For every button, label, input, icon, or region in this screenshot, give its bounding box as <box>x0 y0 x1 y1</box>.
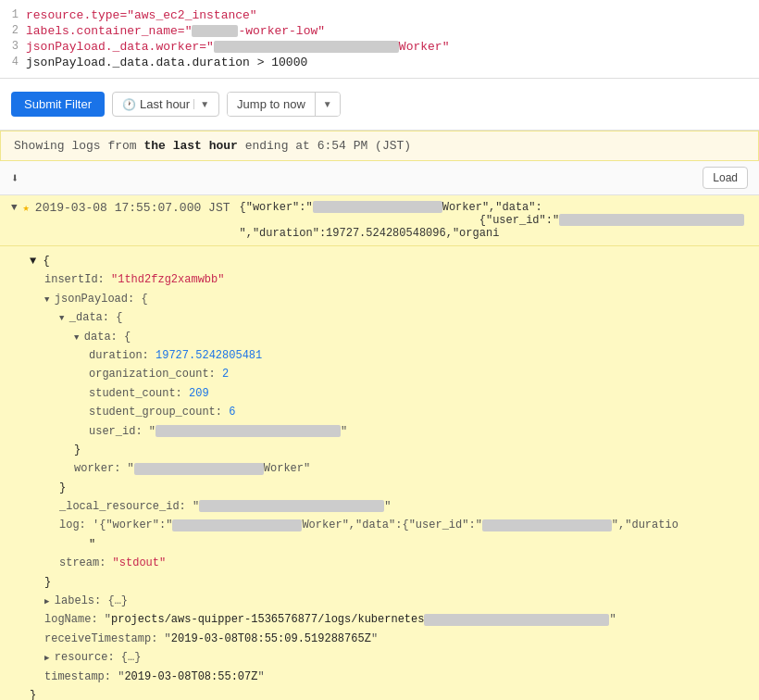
detail-data-outer-close: } <box>30 479 737 497</box>
detail-stream: stream: "stdout" <box>30 554 737 572</box>
line-number: 2 <box>0 24 26 37</box>
line-number: 4 <box>0 56 26 69</box>
detail-data-close: } <box>30 441 737 459</box>
redacted-worker <box>313 201 442 213</box>
log-info-bold: the last hour <box>143 139 237 153</box>
detail-worker: worker: " Worker" <box>30 459 737 478</box>
log-timestamp: 2019-03-08 17:55:07.000 JST <box>35 201 230 215</box>
log-entry-header[interactable]: ▼ ★ 2019-03-08 17:55:07.000 JST {"worker… <box>0 195 759 246</box>
chevron-down-icon: ▼ <box>193 99 209 109</box>
detail-log: log: '{"worker":" Worker","data":{"user_… <box>30 516 737 554</box>
detail-open-brace: ▼ { <box>30 252 737 270</box>
data-expand-icon <box>59 311 69 324</box>
data-inner-expand-icon <box>74 331 84 344</box>
redacted-logname <box>424 614 609 626</box>
redacted-log-userid <box>482 519 612 531</box>
log-info-prefix: Showing logs from <box>14 139 143 153</box>
redacted-log-worker <box>172 519 302 531</box>
log-info-suffix: ending at 6:54 PM (JST) <box>238 139 411 153</box>
query-content: labels.container_name=" -worker-low" <box>26 24 759 38</box>
query-content: jsonPayload._data.worker=" Worker" <box>26 40 759 54</box>
log-message: {"worker":" Worker","data": {"user_id":"… <box>239 201 748 240</box>
log-info-bar: Showing logs from the last hour ending a… <box>0 131 759 161</box>
line-number: 3 <box>0 40 26 53</box>
detail-insert-id: insertId: "1thd2fzg2xamwbb" <box>30 270 737 289</box>
resource-expand-icon <box>44 651 55 664</box>
detail-receive-timestamp: receiveTimestamp: "2019-03-08T08:55:09.5… <box>30 630 737 648</box>
detail-student-group-count: student_group_count: 6 <box>30 403 737 421</box>
query-editor: 1 resource.type="aws_ec2_instance" 2 lab… <box>0 0 759 79</box>
last-hour-dropdown[interactable]: 🕐 Last hour ▼ <box>112 92 219 117</box>
jump-to-now-dropdown-arrow[interactable]: ▼ <box>315 93 340 116</box>
redacted-value <box>192 25 238 37</box>
jump-to-now-button[interactable]: Jump to now <box>228 93 315 116</box>
detail-resource-toggle[interactable]: resource: {…} <box>30 648 737 667</box>
detail-duration: duration: 19727.5242805481 <box>30 346 737 365</box>
query-content: jsonPayload._data.data.duration > 10000 <box>26 56 759 69</box>
redacted-worker-detail <box>134 463 264 475</box>
query-line-4: 4 jsonPayload._data.data.duration > 1000… <box>0 55 759 70</box>
detail-org-count: organization_count: 2 <box>30 365 737 383</box>
log-detail: ▼ { insertId: "1thd2fzg2xamwbb" jsonPayl… <box>0 246 759 700</box>
redacted-userid <box>559 214 744 226</box>
last-hour-label: Last hour <box>140 97 190 111</box>
jsonpayload-expand-icon <box>44 293 55 306</box>
detail-data-toggle[interactable]: _data: { <box>30 308 737 327</box>
query-content: resource.type="aws_ec2_instance" <box>26 8 759 22</box>
query-line-3: 3 jsonPayload._data.worker=" Worker" <box>0 39 759 55</box>
clock-icon: 🕐 <box>122 98 136 111</box>
detail-local-resource-id: _local_resource_id: " " <box>30 497 737 516</box>
query-line-2: 2 labels.container_name=" -worker-low" <box>0 23 759 39</box>
redacted-userid-detail <box>156 425 341 437</box>
redacted-value <box>214 41 399 53</box>
detail-close-brace: } <box>30 686 737 700</box>
detail-logname: logName: "projects/aws-quipper-153657687… <box>30 610 737 629</box>
detail-timestamp: timestamp: "2019-03-08T08:55:07Z" <box>30 668 737 686</box>
labels-expand-icon <box>44 594 55 607</box>
star-icon[interactable]: ★ <box>23 201 30 215</box>
query-line-1: 1 resource.type="aws_ec2_instance" <box>0 7 759 23</box>
detail-data-inner-toggle[interactable]: data: { <box>30 328 737 346</box>
detail-student-count: student_count: 209 <box>30 384 737 403</box>
load-button[interactable]: Load <box>703 167 748 189</box>
redacted-local-id <box>199 500 384 512</box>
detail-jsonpayload-toggle[interactable]: jsonPayload: { <box>30 290 737 308</box>
log-results-header: ⬇ Load <box>0 161 759 195</box>
jump-to-now-split-button: Jump to now ▼ <box>227 92 341 117</box>
download-icon[interactable]: ⬇ <box>11 170 19 186</box>
detail-user-id: user_id: " " <box>30 422 737 441</box>
detail-labels-toggle[interactable]: labels: {…} <box>30 592 737 610</box>
chevron-down-icon: ▼ <box>323 99 332 109</box>
detail-jsonpayload-close: } <box>30 573 737 592</box>
toolbar: Submit Filter 🕐 Last hour ▼ Jump to now … <box>0 79 759 131</box>
expand-icon: ▼ <box>11 202 18 213</box>
line-number: 1 <box>0 8 26 21</box>
submit-filter-button[interactable]: Submit Filter <box>11 92 105 117</box>
